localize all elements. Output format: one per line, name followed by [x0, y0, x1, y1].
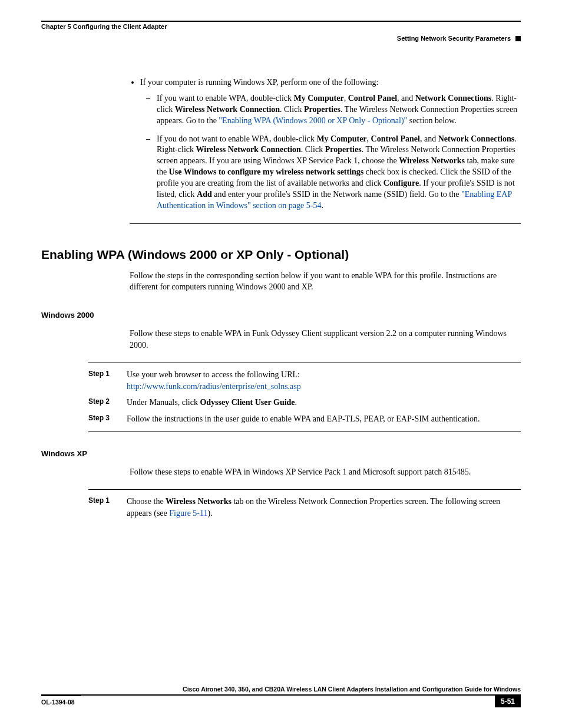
step-row: Step 3 Follow the instructions in the us… — [88, 413, 521, 425]
win2000-steps: Step 1 Use your web browser to access th… — [88, 369, 521, 424]
steps-top-rule — [88, 363, 521, 363]
link-enabling-wpa[interactable]: "Enabling WPA (Windows 2000 or XP Only -… — [219, 116, 407, 125]
win2000-intro: Follow these steps to enable WPA in Funk… — [130, 328, 521, 351]
section-title: Enabling WPA (Windows 2000 or XP Only - … — [41, 248, 521, 262]
step-label: Step 2 — [88, 397, 127, 409]
step3-text: Follow the instructions in the user guid… — [127, 413, 521, 425]
step-label: Step 1 — [88, 369, 127, 392]
section-label: Setting Network Security Parameters — [397, 35, 511, 42]
footer-page-number: 5-51 — [495, 696, 521, 707]
link-funk-url[interactable]: http://www.funk.com/radius/enterprise/en… — [127, 382, 301, 391]
step1-text: Use your web browser to access the follo… — [127, 369, 521, 381]
chapter-label: Chapter 5 Configuring the Client Adapter — [41, 23, 167, 30]
steps-top-rule-2 — [88, 489, 521, 490]
body-content: If your computer is running Windows XP, … — [130, 77, 521, 224]
bullet-xp: If your computer is running Windows XP, … — [140, 77, 521, 212]
divider — [130, 223, 521, 224]
section-intro: Follow the steps in the corresponding se… — [130, 270, 521, 293]
step-row: Step 1 Choose the Wireless Networks tab … — [88, 496, 521, 519]
winxp-steps: Step 1 Choose the Wireless Networks tab … — [88, 496, 521, 519]
steps-bottom-rule — [88, 431, 521, 431]
section-header: Setting Network Security Parameters — [41, 35, 521, 42]
subsection-winxp: Windows XP — [41, 449, 521, 458]
step-row: Step 2 Under Manuals, click Odyssey Clie… — [88, 397, 521, 409]
footer-doc-id: OL-1394-08 — [41, 696, 81, 707]
subsection-win2000: Windows 2000 — [41, 311, 521, 319]
winxp-intro: Follow these steps to enable WPA in Wind… — [130, 466, 521, 478]
bullet-xp-text: If your computer is running Windows XP, … — [140, 78, 378, 87]
link-figure-5-11[interactable]: Figure 5-11 — [169, 509, 207, 518]
footer-guide-title: Cisco Aironet 340, 350, and CB20A Wirele… — [41, 686, 521, 696]
step-row: Step 1 Use your web browser to access th… — [88, 369, 521, 392]
dash-no-wpa: If you do not want to enable WPA, double… — [157, 134, 521, 212]
header-square-icon — [515, 36, 521, 41]
page-footer: Cisco Aironet 340, 350, and CB20A Wirele… — [41, 686, 521, 707]
step-label: Step 1 — [88, 496, 127, 519]
dash-enable-wpa: If you want to enable WPA, double-click … — [157, 93, 521, 127]
page-header: Chapter 5 Configuring the Client Adapter — [41, 21, 521, 30]
step-label: Step 3 — [88, 413, 127, 425]
